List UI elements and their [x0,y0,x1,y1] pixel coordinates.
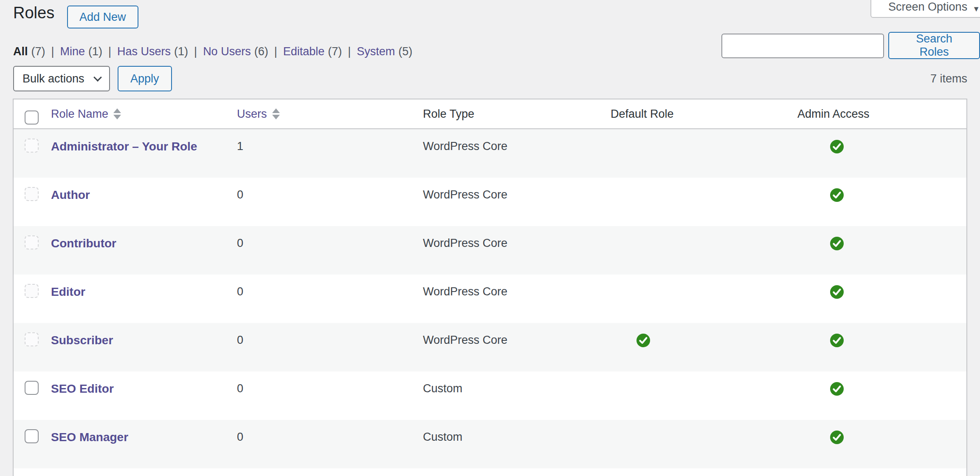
cell-default-role [609,275,795,323]
cell-users: 0 [237,226,423,275]
admin-access-check-icon [830,140,844,153]
items-count: 7 items [930,72,967,85]
role-filter-link[interactable]: Editable(7) [283,43,342,60]
role-type: WordPress Core [423,237,507,249]
role-filter-link[interactable]: Mine(1) [60,43,103,60]
apply-button[interactable]: Apply [118,66,172,91]
row-checkbox [25,332,39,346]
admin-access-check-icon [830,285,844,299]
role-filter-link[interactable]: Has Users(1) [117,43,188,60]
role-filter-link[interactable]: System(5) [357,43,412,60]
header-cell-checkbox [14,99,51,128]
role-filter-item: Mine(1) | [60,43,118,60]
row-checkbox [25,187,39,201]
role-filter-list: All(7) | Mine(1) | Has Users(1) | No Use… [13,43,412,60]
bulk-actions-select[interactable]: Bulk actions [13,66,110,91]
role-filter-item: Editable(7) | [283,43,357,60]
screen-options-button[interactable]: Screen Options ▼ [870,0,980,18]
table-header-row: Role Name Users Role Type Default Role A… [14,99,966,129]
cell-users: 0 [237,323,423,371]
header-cell-users: Users [237,99,423,128]
cell-checkbox [14,226,51,275]
cell-users: 0 [237,178,423,226]
role-type: WordPress Core [423,285,507,298]
cell-checkbox [14,178,51,226]
cell-default-role [609,178,795,226]
row-checkbox[interactable] [25,429,39,443]
cell-default-role [609,129,795,178]
cell-role-type: Custom [423,371,609,420]
admin-access-check-icon [830,188,844,202]
cell-admin-access [795,420,966,468]
cell-checkbox [14,323,51,371]
role-filter-link[interactable]: All(7) [13,43,45,60]
role-type: WordPress Core [423,334,507,346]
role-name-link[interactable]: Contributor [51,237,116,250]
cell-role-type: WordPress Core [423,178,609,226]
role-type: WordPress Core [423,140,507,153]
header-cell-admin-access: Admin Access [795,99,966,128]
cell-role-name: Editor [51,275,237,323]
search-input[interactable] [721,34,884,58]
cell-admin-access [795,226,966,275]
admin-access-check-icon [830,382,844,396]
page-title: Roles [13,2,54,24]
table-row: Editor 0 WordPress Core [14,275,966,323]
cell-checkbox [14,371,51,420]
cell-role-type: WordPress Core [423,226,609,275]
filter-separator: | [274,43,277,60]
admin-access-check-icon [830,237,844,250]
cell-admin-access [795,178,966,226]
cell-role-type: WordPress Core [423,275,609,323]
cell-users: 0 [237,275,423,323]
row-checkbox [25,139,39,153]
table-row: Contributor 0 WordPress Core [14,226,966,275]
cell-admin-access [795,275,966,323]
users-count: 1 [237,140,243,153]
role-name-link[interactable]: Author [51,188,90,201]
role-filter-link[interactable]: No Users(6) [203,43,268,60]
users-count: 0 [237,188,243,201]
cell-users: 0 [237,371,423,420]
role-name-link[interactable]: SEO Manager [51,431,128,444]
role-name-link[interactable]: Editor [51,285,85,298]
row-checkbox [25,284,39,298]
sort-users-link[interactable]: Users [237,108,280,121]
sort-arrows-icon [113,108,121,119]
cell-role-name: Administrator – Your Role [51,129,237,178]
bulk-actions-selected-option: Bulk actions [23,72,84,85]
admin-access-check-icon [830,334,844,347]
add-new-button[interactable]: Add New [67,6,138,28]
screen-options-label: Screen Options [888,0,967,14]
role-filter-item: System(5) [357,43,412,60]
users-count: 0 [237,334,243,346]
sort-role-name-link[interactable]: Role Name [51,108,121,121]
table-row: SEO Manager 0 Custom [14,420,966,468]
cell-default-role [609,371,795,420]
filter-separator: | [108,43,111,60]
row-checkbox[interactable] [25,381,39,395]
table-body: Administrator – Your Role 1 WordPress Co… [14,129,966,468]
table-row: Administrator – Your Role 1 WordPress Co… [14,129,966,178]
filter-separator: | [348,43,351,60]
role-name-link[interactable]: SEO Editor [51,382,114,395]
role-name-link[interactable]: Administrator – Your Role [51,140,197,153]
users-count: 0 [237,285,243,298]
cell-users: 0 [237,420,423,468]
admin-access-check-icon [830,431,844,444]
select-all-checkbox[interactable] [25,110,39,125]
search-roles-button[interactable]: Search Roles [888,32,980,59]
users-count: 0 [237,382,243,395]
cell-admin-access [795,323,966,371]
cell-default-role [609,323,795,371]
role-filter-item: No Users(6) | [203,43,283,60]
cell-role-type: Custom [423,420,609,468]
filter-separator: | [194,43,197,60]
cell-role-type: WordPress Core [423,129,609,178]
role-name-link[interactable]: Subscriber [51,334,113,347]
roles-table: Role Name Users Role Type Default Role A… [13,99,967,476]
role-filter-item: All(7) | [13,43,60,60]
chevron-down-icon [93,73,102,82]
sort-arrows-icon [272,108,280,119]
chevron-down-icon: ▼ [972,5,980,14]
